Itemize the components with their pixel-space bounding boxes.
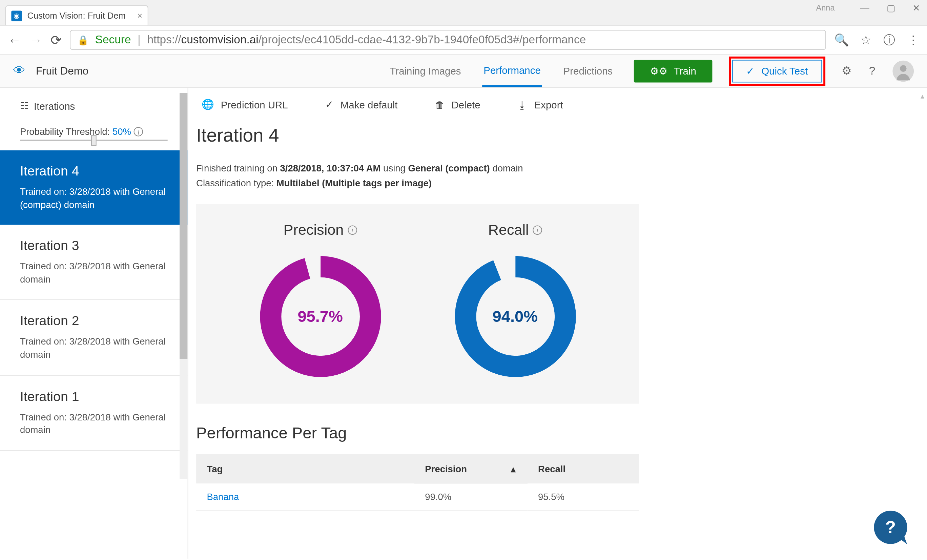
tag-link[interactable]: Banana (207, 491, 239, 502)
main-panel: 🌐Prediction URL ✓Make default 🗑Delete ⭳E… (188, 88, 927, 558)
url-text: https://customvision.ai/projects/ec4105d… (147, 33, 586, 46)
iteration-toolbar: 🌐Prediction URL ✓Make default 🗑Delete ⭳E… (188, 88, 927, 125)
iteration-title: Iteration 4 (20, 164, 168, 179)
precision-value: 99.0% (414, 483, 527, 510)
person-icon (894, 62, 912, 80)
performance-per-tag-title: Performance Per Tag (196, 423, 919, 442)
quick-test-button[interactable]: ✓ Quick Test (732, 60, 822, 82)
download-icon: ⭳ (517, 99, 527, 110)
gears-icon: ⚙⚙ (650, 65, 667, 77)
back-icon[interactable]: ← (8, 32, 21, 47)
info-icon[interactable]: i (348, 225, 357, 234)
main-tabs: Training Images Performance Predictions … (389, 55, 822, 87)
iteration-title: Iteration 4 (196, 125, 927, 146)
tab-title: Custom Vision: Fruit Dem (27, 11, 132, 20)
app-header: 👁 Fruit Demo Training Images Performance… (0, 55, 927, 88)
iteration-subtitle: Trained on: 3/28/2018 with General domai… (20, 260, 168, 286)
iteration-card[interactable]: Iteration 2Trained on: 3/28/2018 with Ge… (0, 300, 188, 375)
iteration-card[interactable]: Iteration 3Trained on: 3/28/2018 with Ge… (0, 225, 188, 300)
iteration-title: Iteration 3 (20, 238, 168, 253)
forward-icon: → (29, 32, 43, 47)
threshold-slider[interactable] (20, 140, 168, 141)
info-icon[interactable]: i (134, 127, 143, 136)
user-avatar[interactable] (892, 60, 914, 82)
help-chat-button[interactable]: ? (874, 511, 907, 544)
sort-ascending-icon: ▴ (511, 463, 516, 474)
iteration-card[interactable]: Iteration 4Trained on: 3/28/2018 with Ge… (0, 150, 188, 225)
iterations-sidebar: ☷ Iterations Probability Threshold: 50% … (0, 88, 188, 558)
customvision-logo-icon[interactable]: 👁 (13, 64, 25, 77)
check-icon: ✓ (325, 99, 334, 111)
browser-menu-icon[interactable]: ⋮ (907, 32, 919, 47)
close-window-icon[interactable]: ✕ (912, 3, 921, 13)
minimize-icon[interactable]: — (860, 3, 869, 13)
training-meta-line2: Classification type: Multilabel (Multipl… (196, 176, 927, 191)
iterations-header: ☷ Iterations (0, 100, 188, 121)
secure-label: Secure (95, 33, 131, 46)
precision-metric: Precisioni 95.7% (257, 221, 383, 379)
precision-donut-chart: 95.7% (257, 253, 383, 379)
browser-tabstrip: ◉ Custom Vision: Fruit Dem × Anna — ▢ ✕ (0, 0, 927, 26)
reload-icon[interactable]: ⟳ (50, 32, 62, 48)
slider-thumb[interactable] (91, 135, 97, 145)
train-button[interactable]: ⚙⚙ Train (634, 60, 712, 82)
globe-icon: 🌐 (202, 99, 214, 111)
info-circle-icon[interactable]: ⓘ (883, 32, 895, 48)
prediction-url-button[interactable]: 🌐Prediction URL (196, 96, 293, 113)
check-icon: ✓ (746, 65, 755, 77)
sidebar-scrollbar[interactable] (179, 93, 188, 479)
recall-donut-chart: 94.0% (452, 253, 578, 379)
browser-profile-name[interactable]: Anna (816, 3, 835, 12)
close-tab-icon[interactable]: × (137, 11, 142, 20)
iteration-subtitle: Trained on: 3/28/2018 with General (comp… (20, 186, 168, 212)
metrics-summary: Precisioni 95.7% Recalli 94.0% (196, 204, 639, 404)
iteration-title: Iteration 2 (20, 313, 168, 329)
settings-gear-icon[interactable]: ⚙ (842, 64, 851, 77)
browser-tab[interactable]: ◉ Custom Vision: Fruit Dem × (5, 5, 148, 26)
training-meta-line1: Finished training on 3/28/2018, 10:37:04… (196, 161, 927, 176)
info-icon[interactable]: i (533, 225, 542, 234)
favicon-icon: ◉ (11, 10, 22, 21)
recall-value: 95.5% (527, 483, 639, 510)
col-recall-header[interactable]: Recall (527, 454, 639, 483)
iteration-subtitle: Trained on: 3/28/2018 with General domai… (20, 411, 168, 437)
col-tag-header[interactable]: Tag (196, 454, 414, 483)
address-bar[interactable]: 🔒 Secure | https://customvision.ai/proje… (70, 30, 826, 50)
maximize-icon[interactable]: ▢ (887, 3, 895, 13)
make-default-button[interactable]: ✓Make default (320, 96, 403, 113)
export-button[interactable]: ⭳Export (512, 96, 568, 113)
bookmark-star-icon[interactable]: ☆ (860, 32, 871, 47)
tab-predictions[interactable]: Predictions (562, 56, 614, 86)
performance-table: Tag Precision▴ Recall Banana99.0%95.5% (196, 454, 639, 510)
delete-button[interactable]: 🗑Delete (430, 96, 486, 113)
table-row: Banana99.0%95.5% (196, 483, 639, 510)
lock-icon: 🔒 (77, 35, 88, 45)
tab-training-images[interactable]: Training Images (389, 56, 462, 86)
layers-icon: ☷ (20, 100, 29, 111)
help-question-icon[interactable]: ? (869, 64, 875, 77)
svg-point-0 (900, 65, 907, 71)
recall-metric: Recalli 94.0% (452, 221, 578, 379)
iteration-card[interactable]: Iteration 1Trained on: 3/28/2018 with Ge… (0, 375, 188, 451)
main-scroll-up-icon[interactable]: ▴ (918, 92, 927, 99)
iteration-title: Iteration 1 (20, 389, 168, 404)
tab-performance[interactable]: Performance (482, 55, 542, 87)
zoom-icon[interactable]: 🔍 (834, 32, 849, 47)
browser-toolbar: ← → ⟳ 🔒 Secure | https://customvision.ai… (0, 26, 927, 55)
project-name[interactable]: Fruit Demo (36, 65, 88, 77)
iteration-subtitle: Trained on: 3/28/2018 with General domai… (20, 335, 168, 361)
trash-icon: 🗑 (435, 99, 445, 110)
col-precision-header[interactable]: Precision▴ (414, 454, 527, 483)
